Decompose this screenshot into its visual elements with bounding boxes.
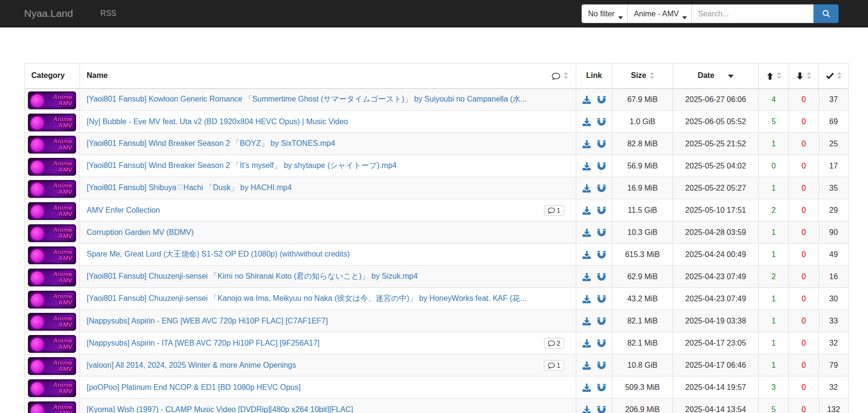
- header-seeders[interactable]: [759, 64, 789, 89]
- size-cell: 56.9 MiB: [612, 155, 673, 177]
- comments-badge[interactable]: 2: [544, 338, 564, 348]
- date-cell: 2025-05-10 17:51: [673, 199, 759, 221]
- magnet-icon[interactable]: [597, 184, 606, 193]
- magnet-icon[interactable]: [597, 339, 606, 348]
- download-icon[interactable]: [583, 251, 591, 259]
- comments-badge[interactable]: 1: [544, 205, 564, 216]
- torrent-name-link[interactable]: [Yaoi801 Fansub] Chuuzenji-sensei 「Kanoj…: [87, 294, 526, 304]
- torrent-name-link[interactable]: Spare Me, Great Lord (大王饶命) S1-S2 OP ED …: [87, 249, 350, 259]
- magnet-icon[interactable]: [597, 361, 606, 370]
- table-row: Anime AMV [Ny] Bubble - Eve MV feat. Uta…: [25, 111, 849, 133]
- link-cell: [576, 376, 612, 399]
- download-icon[interactable]: [583, 206, 591, 215]
- magnet-icon[interactable]: [597, 406, 606, 413]
- category-badge[interactable]: Anime AMV: [28, 401, 76, 413]
- header-leechers[interactable]: [789, 64, 819, 89]
- rss-link[interactable]: RSS: [101, 9, 117, 18]
- torrent-name-link[interactable]: [poOPoo] Platinum End NCOP & ED1 [BD 108…: [87, 383, 300, 392]
- completed-cell: 32: [819, 376, 849, 399]
- category-badge[interactable]: Anime AMV: [28, 313, 76, 331]
- magnet-icon[interactable]: [597, 273, 606, 281]
- category-badge[interactable]: Anime AMV: [28, 269, 76, 286]
- category-badge[interactable]: Anime AMV: [28, 357, 76, 375]
- magnet-icon[interactable]: [597, 251, 606, 259]
- category-badge[interactable]: Anime AMV: [28, 335, 76, 353]
- link-cell: [576, 89, 612, 111]
- torrent-name-link[interactable]: [valoon] All 2014, 2024, 2025 Winter & m…: [87, 361, 296, 370]
- torrent-name-link[interactable]: [Nappysubs] Aspirin - ITA [WEB AVC 720p …: [87, 339, 320, 348]
- category-badge[interactable]: Anime AMV: [28, 379, 76, 397]
- category-badge[interactable]: Anime AMV: [28, 136, 76, 154]
- category-badge[interactable]: Anime AMV: [28, 202, 76, 220]
- seeders-cell: 1: [759, 332, 789, 354]
- torrent-name-link[interactable]: [Yaoi801 Fansub] Shibuya♡Hachi 「Dusk」 by…: [87, 183, 292, 193]
- header-date[interactable]: Date: [673, 64, 759, 89]
- download-icon[interactable]: [583, 384, 591, 392]
- torrent-name-link[interactable]: [Yaoi801 Fansub] Chuuzenji-sensei 「Kimi …: [87, 271, 418, 282]
- magnet-icon[interactable]: [597, 317, 606, 325]
- anime-face-icon: [31, 161, 44, 174]
- magnet-icon[interactable]: [597, 140, 606, 148]
- download-icon[interactable]: [583, 295, 591, 303]
- download-icon[interactable]: [583, 96, 591, 104]
- seeders-cell: 1: [759, 133, 789, 155]
- name-cell: AMV Enfer Collection 1: [80, 199, 576, 221]
- torrent-table: Category Name Li: [24, 63, 849, 413]
- download-icon[interactable]: [583, 339, 591, 348]
- seeders-cell: 0: [759, 155, 789, 177]
- category-badge[interactable]: Anime AMV: [28, 224, 76, 242]
- magnet-icon[interactable]: [597, 96, 606, 104]
- site-brand[interactable]: Nyaa.Land: [24, 8, 73, 19]
- header-completed[interactable]: [819, 64, 849, 89]
- category-badge[interactable]: Anime AMV: [28, 114, 76, 131]
- magnet-icon[interactable]: [597, 229, 606, 237]
- search-icon: [822, 10, 830, 18]
- header-comments-sort[interactable]: [552, 71, 568, 80]
- torrent-name-link[interactable]: [Yaoi801 Fansub] Wind Breaker Season 2 「…: [87, 139, 335, 149]
- magnet-icon[interactable]: [597, 162, 606, 170]
- seeders-cell: 1: [759, 244, 789, 266]
- category-badge-line2: AMV: [58, 144, 72, 151]
- torrent-name-link[interactable]: Corruption Garden MV (BDMV): [87, 228, 194, 237]
- search-input[interactable]: [692, 4, 814, 23]
- download-icon[interactable]: [583, 140, 591, 148]
- download-icon[interactable]: [583, 361, 591, 370]
- comments-badge[interactable]: 1: [544, 360, 564, 371]
- torrent-name-link[interactable]: [Yaoi801 Fansub] Kowloon Generic Romance…: [87, 94, 527, 104]
- category-badge[interactable]: Anime AMV: [28, 246, 76, 264]
- anime-face-icon: [31, 205, 44, 218]
- magnet-icon[interactable]: [597, 118, 606, 126]
- torrent-name-link[interactable]: AMV Enfer Collection: [87, 206, 160, 215]
- filter-dropdown[interactable]: No filter: [582, 4, 628, 23]
- sort-icon: [837, 72, 842, 79]
- magnet-icon[interactable]: [597, 206, 606, 215]
- completed-cell: 35: [819, 177, 849, 199]
- torrent-name-link[interactable]: [Kyoma] Wish (1997) - CLAMP Music Video …: [87, 405, 353, 413]
- category-badge[interactable]: Anime AMV: [28, 291, 76, 309]
- completed-cell: 90: [819, 221, 849, 244]
- torrent-name-link[interactable]: [Ny] Bubble - Eve MV feat. Uta v2 (BD 19…: [87, 117, 348, 126]
- download-icon[interactable]: [583, 118, 591, 126]
- download-icon[interactable]: [583, 162, 591, 170]
- download-icon[interactable]: [583, 406, 591, 413]
- category-badge[interactable]: Anime AMV: [28, 91, 76, 109]
- arrow-up-icon: [766, 71, 774, 80]
- download-icon[interactable]: [583, 317, 591, 325]
- size-cell: 10.8 GiB: [612, 354, 673, 376]
- category-badge[interactable]: Anime AMV: [28, 158, 76, 176]
- category-badge[interactable]: Anime AMV: [28, 180, 76, 198]
- magnet-icon[interactable]: [597, 295, 606, 303]
- download-icon[interactable]: [583, 273, 591, 281]
- torrent-table-body: Anime AMV [Yaoi801 Fansub] Kowloon Gener…: [25, 89, 849, 413]
- torrent-name-link[interactable]: [Yaoi801 Fansub] Wind Breaker Season 2 「…: [87, 161, 397, 171]
- search-button[interactable]: [814, 4, 839, 23]
- category-dropdown[interactable]: Anime - AMV: [628, 4, 692, 23]
- header-name: Name: [80, 64, 576, 89]
- torrent-name-link[interactable]: [Nappysubs] Aspirin - ENG [WEB AVC 720p …: [87, 317, 328, 325]
- completed-cell: 132: [819, 399, 849, 413]
- comments-icon: [552, 71, 560, 80]
- header-size[interactable]: Size: [612, 64, 673, 89]
- download-icon[interactable]: [583, 184, 591, 193]
- magnet-icon[interactable]: [597, 384, 606, 392]
- download-icon[interactable]: [583, 229, 591, 237]
